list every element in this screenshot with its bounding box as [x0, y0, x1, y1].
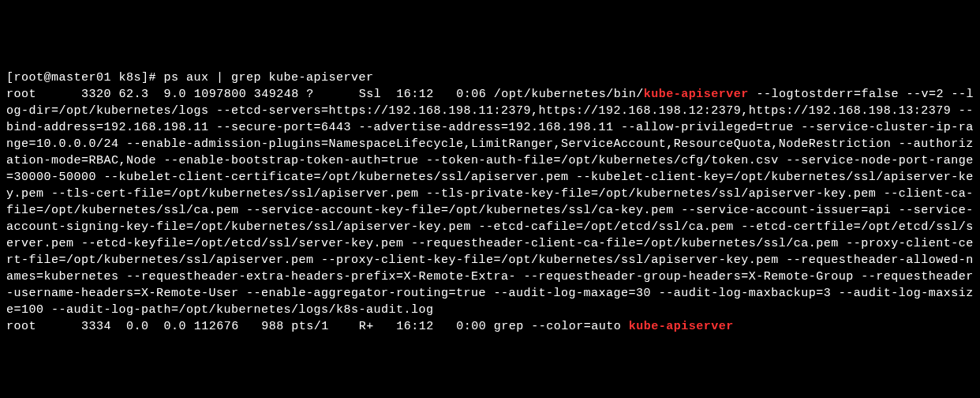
process-row-2: root 3334 0.0 0.0 112676 988 pts/1 R+ 16…	[6, 320, 734, 333]
command-text: ps aux | grep kube-apiserver	[164, 71, 374, 84]
highlighted-match: kube-apiserver	[644, 88, 749, 101]
terminal-output: [root@master01 k8s]# ps aux | grep kube-…	[6, 69, 974, 335]
process-row-1: root 3320 62.3 9.0 1097800 349248 ? Ssl …	[6, 88, 974, 317]
highlighted-match: kube-apiserver	[629, 320, 734, 333]
process-args: --logtostderr=false --v=2 --log-dir=/opt…	[6, 88, 974, 317]
shell-prompt: [root@master01 k8s]#	[6, 71, 164, 84]
